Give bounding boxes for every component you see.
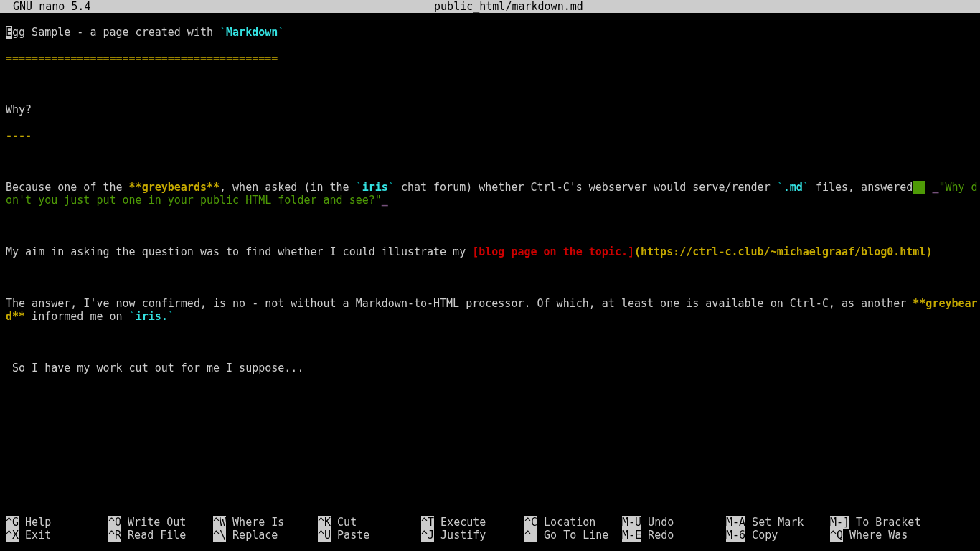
key-hint: ^U xyxy=(318,529,331,542)
code-text: iris xyxy=(362,181,388,194)
key-label: Copy xyxy=(745,529,778,542)
help-item[interactable]: ^X Exit xyxy=(6,529,108,542)
text-line: Egg Sample - a page created with `Markdo… xyxy=(6,26,980,39)
help-item[interactable]: ^C Location xyxy=(524,516,622,529)
key-label: Read File xyxy=(121,529,186,542)
link-text: [blog page on the topic.] xyxy=(472,245,634,258)
blank-line xyxy=(6,220,980,232)
help-item[interactable]: ^K Cut xyxy=(318,516,421,529)
key-label: Execute xyxy=(434,516,486,529)
key-label: Where Was xyxy=(843,529,908,542)
text: The answer, I've now confirmed, is no - … xyxy=(6,297,913,310)
key-label: Set Mark xyxy=(745,516,804,529)
code-text: .md xyxy=(783,181,803,194)
text: files, answered xyxy=(809,181,913,194)
underscore: _ xyxy=(382,194,388,207)
key-label: Paste xyxy=(331,529,369,542)
key-hint: ^X xyxy=(6,529,19,542)
key-hint: ^ xyxy=(524,529,537,542)
help-item[interactable]: ^W Where Is xyxy=(213,516,318,529)
help-item[interactable]: M-] To Bracket xyxy=(830,516,920,529)
backtick: ` xyxy=(356,181,362,194)
backtick: ` xyxy=(278,26,284,39)
text-line: Because one of the **greybeards**, when … xyxy=(6,181,980,207)
link-url: (https://ctrl-c.club/~michaelgraaf/blog0… xyxy=(634,245,932,258)
key-label: Location xyxy=(537,516,595,529)
help-item[interactable]: M-6 Copy xyxy=(726,529,830,542)
blank-line xyxy=(6,155,980,168)
key-hint: ^\ xyxy=(213,529,226,542)
key-hint: M-] xyxy=(830,516,849,529)
text-line: The answer, I've now confirmed, is no - … xyxy=(6,297,980,323)
key-hint: ^O xyxy=(108,516,121,529)
title-bar: GNU nano 5.4 public_html/markdown.md xyxy=(0,0,980,13)
help-bar: ^G Help ^O Write Out ^W Where Is ^K Cut … xyxy=(6,516,974,542)
key-label: Help xyxy=(19,516,51,529)
trailing-space-icon xyxy=(913,181,925,194)
heading-underline: ========================================… xyxy=(6,52,980,65)
text: Because one of the xyxy=(6,181,129,194)
key-hint: ^C xyxy=(524,516,537,529)
key-label: Cut xyxy=(331,516,357,529)
blank-line xyxy=(6,77,980,90)
backtick: ` xyxy=(803,181,809,194)
help-item[interactable]: M-A Set Mark xyxy=(726,516,830,529)
help-item[interactable]: ^T Execute xyxy=(421,516,524,529)
backtick: ` xyxy=(220,26,226,39)
key-label: Exit xyxy=(19,529,51,542)
text: My aim in asking the question was to fin… xyxy=(6,245,472,258)
key-label: Replace xyxy=(226,529,278,542)
help-item[interactable]: ^Q Where Was xyxy=(830,529,908,542)
key-hint: M-E xyxy=(622,529,641,542)
key-label: Redo xyxy=(641,529,674,542)
text: informed me on xyxy=(25,310,129,323)
key-hint: M-U xyxy=(622,516,641,529)
key-hint: ^W xyxy=(213,516,226,529)
backtick: ` xyxy=(388,181,395,194)
key-label: Justify xyxy=(434,529,486,542)
text-line: Why? xyxy=(6,103,980,116)
key-hint: ^Q xyxy=(830,529,843,542)
key-hint: M-A xyxy=(726,516,745,529)
key-hint: ^R xyxy=(108,529,121,542)
blank-line xyxy=(6,387,980,400)
help-item[interactable]: ^ Go To Line xyxy=(524,529,622,542)
text-line: My aim in asking the question was to fin… xyxy=(6,245,980,258)
help-item[interactable]: M-E Redo xyxy=(622,529,726,542)
code-text: iris. xyxy=(136,310,168,323)
text: gg Sample - a page created with xyxy=(12,26,220,39)
help-row-2: ^X Exit ^R Read File ^\ Replace ^U Paste… xyxy=(6,529,974,542)
key-label: Write Out xyxy=(121,516,186,529)
help-item[interactable]: ^\ Replace xyxy=(213,529,318,542)
help-row-1: ^G Help ^O Write Out ^W Where Is ^K Cut … xyxy=(6,516,974,529)
help-item[interactable]: ^J Justify xyxy=(421,529,524,542)
key-hint: ^J xyxy=(421,529,434,542)
bold-text: **greybeards** xyxy=(129,181,220,194)
title-spacer xyxy=(90,0,434,13)
backtick: ` xyxy=(168,310,174,323)
app-name: GNU nano 5.4 xyxy=(0,0,90,13)
text: chat forum) whether Ctrl-C's webserver w… xyxy=(395,181,777,194)
key-label: Where Is xyxy=(226,516,284,529)
text: , when asked (in the xyxy=(220,181,356,194)
help-item[interactable]: M-U Undo xyxy=(622,516,726,529)
text-line: So I have my work cut out for me I suppo… xyxy=(6,362,980,375)
blank-line xyxy=(6,336,980,349)
key-hint: M-6 xyxy=(726,529,745,542)
backtick: ` xyxy=(129,310,136,323)
editor-buffer[interactable]: Egg Sample - a page created with `Markdo… xyxy=(0,13,980,413)
help-item[interactable]: ^R Read File xyxy=(108,529,213,542)
code-text: Markdown xyxy=(226,26,278,39)
heading-underline: ---- xyxy=(6,129,980,142)
key-hint: ^T xyxy=(421,516,434,529)
key-label: Undo xyxy=(641,516,674,529)
backtick: ` xyxy=(777,181,783,194)
help-item[interactable]: ^U Paste xyxy=(318,529,421,542)
file-name: public_html/markdown.md xyxy=(434,0,583,13)
key-label: To Bracket xyxy=(849,516,920,529)
key-label: Go To Line xyxy=(537,529,608,542)
key-hint: ^G xyxy=(6,516,19,529)
help-item[interactable]: ^O Write Out xyxy=(108,516,213,529)
blank-line xyxy=(6,271,980,284)
help-item[interactable]: ^G Help xyxy=(6,516,108,529)
